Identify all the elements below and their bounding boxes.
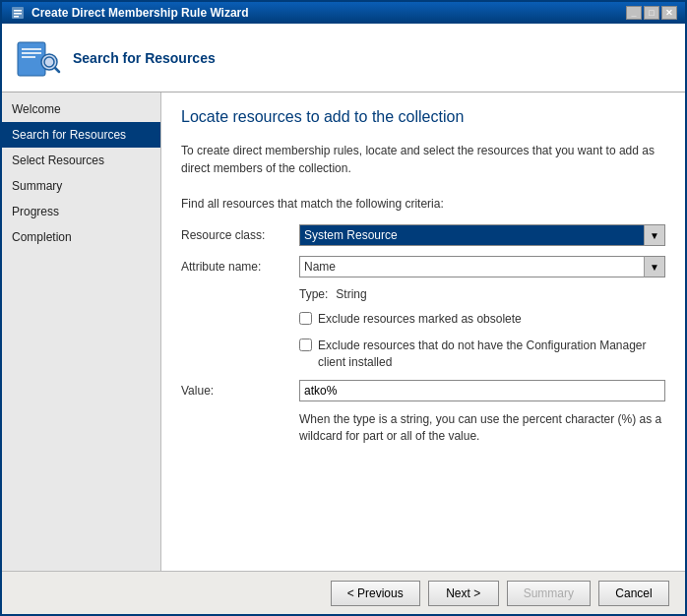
summary-button[interactable]: Summary [507, 581, 591, 606]
checkbox-obsolete-label: Exclude resources marked as obsolete [318, 311, 522, 328]
svg-rect-5 [22, 48, 41, 50]
sidebar-item-completion[interactable]: Completion [2, 224, 160, 250]
resource-class-select[interactable]: System Resource User Resource User Group… [299, 224, 665, 246]
window-icon [10, 5, 26, 21]
resource-class-row: Resource class: System Resource User Res… [181, 224, 665, 246]
checkbox-obsolete[interactable] [299, 312, 312, 325]
value-label: Value: [181, 384, 299, 398]
sidebar-item-select-resources[interactable]: Select Resources [2, 148, 160, 173]
main-panel: Locate resources to add to the collectio… [161, 92, 685, 571]
header-panel: Search for Resources [2, 24, 685, 92]
svg-rect-3 [14, 16, 19, 18]
checkbox-client[interactable] [299, 339, 312, 351]
svg-line-9 [55, 68, 59, 72]
main-title: Locate resources to add to the collectio… [181, 108, 665, 126]
attribute-name-row: Attribute name: Name NetBIOS Name IP Add… [181, 256, 665, 277]
type-key: Type: [299, 287, 328, 301]
checkbox-client-label: Exclude resources that do not have the C… [318, 338, 665, 371]
maximize-button[interactable]: □ [644, 6, 659, 20]
value-input[interactable] [299, 380, 665, 401]
sidebar-item-summary[interactable]: Summary [2, 173, 160, 199]
svg-rect-7 [22, 56, 35, 58]
value-row: Value: [181, 380, 665, 401]
criteria-label: Find all resources that match the follow… [181, 197, 665, 211]
title-bar: Create Direct Membership Rule Wizard _ □… [2, 2, 685, 24]
wizard-window: Create Direct Membership Rule Wizard _ □… [0, 0, 687, 616]
attribute-name-wrapper: Name NetBIOS Name IP Address ▼ [299, 256, 665, 277]
header-title: Search for Resources [73, 50, 216, 66]
next-button[interactable]: Next > [428, 581, 499, 606]
content-area: Welcome Search for Resources Select Reso… [2, 92, 685, 571]
header-icon [14, 34, 61, 82]
sidebar-item-progress[interactable]: Progress [2, 199, 160, 224]
type-value: String [336, 287, 366, 301]
attribute-name-select[interactable]: Name NetBIOS Name IP Address [299, 256, 665, 277]
footer: < Previous Next > Summary Cancel [2, 571, 685, 614]
checkbox-client-row: Exclude resources that do not have the C… [299, 338, 665, 371]
cancel-button[interactable]: Cancel [598, 581, 669, 606]
previous-button[interactable]: < Previous [331, 581, 420, 606]
sidebar-item-welcome[interactable]: Welcome [2, 96, 160, 122]
resource-class-label: Resource class: [181, 228, 299, 242]
svg-rect-1 [14, 10, 22, 12]
sidebar-item-search-for-resources[interactable]: Search for Resources [2, 122, 160, 148]
svg-rect-6 [22, 52, 41, 54]
value-hint: When the type is a string, you can use t… [299, 411, 665, 445]
close-button[interactable]: ✕ [661, 6, 677, 20]
attribute-name-label: Attribute name: [181, 260, 299, 274]
minimize-button[interactable]: _ [626, 6, 642, 20]
svg-rect-2 [14, 13, 22, 15]
description: To create direct membership rules, locat… [181, 142, 665, 177]
resource-class-wrapper: System Resource User Resource User Group… [299, 224, 665, 246]
sidebar: Welcome Search for Resources Select Reso… [2, 92, 161, 571]
checkbox-obsolete-row: Exclude resources marked as obsolete [299, 311, 665, 328]
type-row: Type: String [299, 287, 665, 301]
window-title: Create Direct Membership Rule Wizard [31, 6, 249, 20]
